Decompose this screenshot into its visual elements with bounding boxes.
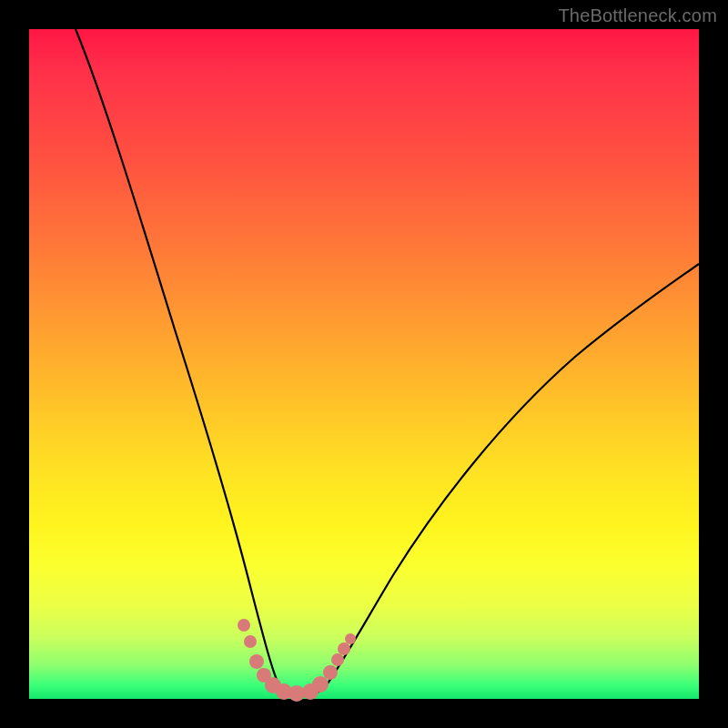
curve-left-branch <box>76 29 279 686</box>
marker-dot <box>244 635 257 648</box>
marker-dot <box>331 653 344 666</box>
marker-dot <box>238 619 250 632</box>
valley-markers <box>238 619 356 702</box>
marker-dot <box>312 676 329 693</box>
marker-dot <box>323 665 338 680</box>
curve-svg <box>29 29 699 699</box>
chart-frame: TheBottleneck.com <box>0 0 728 728</box>
curve-right-branch <box>326 264 699 686</box>
marker-dot <box>249 654 264 669</box>
watermark-text: TheBottleneck.com <box>558 5 717 26</box>
plot-area <box>29 29 699 699</box>
marker-dot <box>338 642 350 655</box>
marker-dot <box>345 633 356 644</box>
